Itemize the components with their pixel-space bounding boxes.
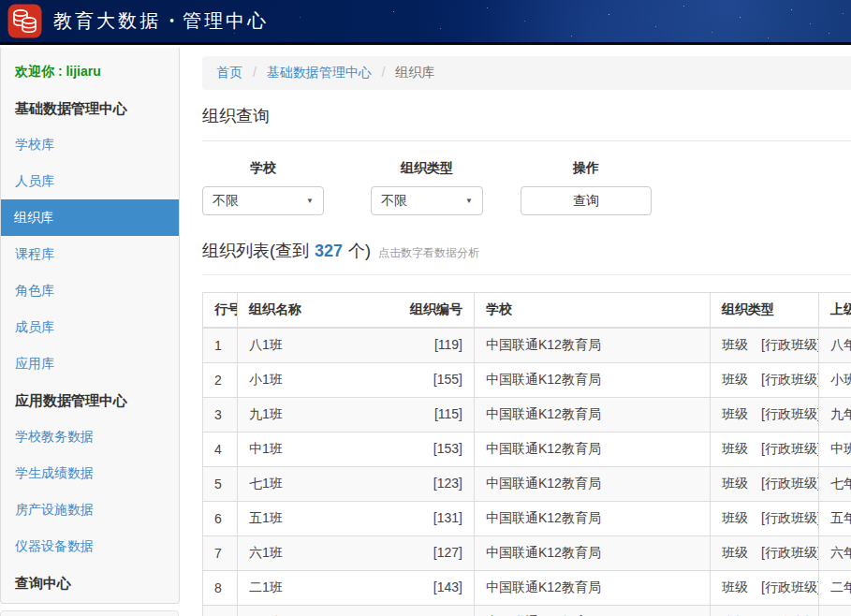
table-row: 3九1班[115]中国联通K12教育局班级[行政班级]九年 [203, 398, 851, 433]
sidebar-item[interactable]: 房产设施数据 [1, 491, 179, 528]
breadcrumb: 首页 / 基础数据管理中心 / 组织库 [202, 56, 851, 90]
org-code: [153] [433, 441, 462, 458]
sidebar-item[interactable]: 学校教务数据 [1, 418, 179, 455]
org-type-tag: [行政班级] [761, 441, 819, 456]
school-filter-group: 学校 不限 ▼ [202, 160, 324, 215]
org-name: 中1班 [249, 441, 283, 458]
cell-name-code: 七1班[123] [238, 467, 475, 502]
cell-row-no: 8 [203, 571, 238, 606]
org-type-tag: [行政班级] [761, 545, 819, 560]
cell-parent: 八年 [819, 328, 851, 363]
sidebar-item[interactable]: 仪器设备数据 [1, 528, 179, 565]
query-filter-row: 学校 不限 ▼ 组织类型 不限 ▼ 操作 查询 [202, 160, 851, 215]
org-type-tag: [行政班级] [761, 337, 819, 352]
cell-org-type: 班级[行政班级] [711, 536, 819, 571]
org-name: 八1班 [249, 337, 283, 354]
cell-parent: 九年 [819, 398, 851, 433]
breadcrumb-home-link[interactable]: 首页 [216, 65, 242, 80]
org-type-select-value: 不限 [381, 193, 407, 210]
org-code: [119] [434, 337, 462, 354]
org-type-filter-group: 组织类型 不限 ▼ [371, 160, 483, 215]
cell-org-type: 班级[行政班级] [711, 606, 819, 616]
title-dot-separator: • [169, 15, 175, 28]
cell-school: 中国联通K12教育局 [475, 536, 711, 571]
main-content: 首页 / 基础数据管理中心 / 组织库 组织查询 学校 不限 ▼ 组织类型 不限… [181, 48, 851, 616]
cell-org-type: 班级[行政班级] [711, 467, 819, 502]
cell-row-no: 3 [203, 398, 238, 433]
org-type-filter-label: 组织类型 [401, 160, 453, 179]
cell-school: 中国联通K12教育局 [475, 571, 711, 606]
table-row: 9一1班[147]中国联通K12教育局班级[行政班级]一年 [203, 606, 851, 616]
org-list-title-suffix: 个) [348, 240, 371, 262]
cell-row-no: 5 [203, 467, 238, 502]
school-select[interactable]: 不限 ▼ [202, 186, 324, 215]
cell-name-code: 五1班[131] [238, 502, 475, 536]
cell-org-type: 班级[行政班级] [711, 502, 819, 536]
org-name: 九1班 [249, 406, 283, 423]
org-code: [123] [433, 476, 462, 492]
header-org-type: 组织类型 [711, 293, 819, 329]
cell-name-code: 二1班[143] [238, 571, 475, 606]
cell-school: 中国联通K12教育局 [475, 328, 711, 363]
cell-parent: 二年 [819, 571, 851, 606]
app-logo-database-icon[interactable] [7, 4, 42, 38]
section-divider [202, 274, 851, 275]
org-code: [143] [433, 579, 462, 596]
app-title-secondary: 管理中心 [183, 8, 269, 34]
header-org-code: 组织编号 [410, 301, 462, 318]
sidebar-item-active[interactable]: 组织库 [0, 199, 180, 236]
chevron-down-icon: ▼ [306, 197, 314, 205]
sidebar-welcome-text: 欢迎你 : lijiaru [1, 53, 179, 90]
sidebar-item[interactable]: 成员库 [1, 309, 179, 345]
cell-name-code: 八1班[119] [238, 328, 475, 363]
header-school: 学校 [475, 293, 711, 329]
table-header-row: 行号 组织名称 组织编号 学校 组织类型 上级 [203, 293, 851, 329]
cell-org-type: 班级[行政班级] [711, 328, 819, 363]
sidebar-item[interactable]: 人员库 [1, 163, 179, 199]
header-name-code: 组织名称 组织编号 [238, 293, 475, 329]
sidebar-item[interactable]: 应用库 [1, 345, 179, 382]
org-name: 五1班 [249, 510, 283, 527]
breadcrumb-basic-data-link[interactable]: 基础数据管理中心 [267, 65, 372, 80]
sidebar-item[interactable]: 学生成绩数据 [1, 455, 179, 491]
cell-row-no: 6 [203, 502, 238, 536]
sidebar-item[interactable]: 学校库 [1, 126, 179, 163]
app-title-primary: 教育大数据 [53, 8, 161, 34]
cell-org-type: 班级[行政班级] [711, 571, 819, 606]
cell-org-type: 班级[行政班级] [711, 433, 819, 467]
org-code: [115] [434, 406, 462, 423]
sidebar-item[interactable]: 课程库 [1, 236, 179, 272]
header-parent: 上级 [819, 293, 851, 329]
sidebar-section-header[interactable]: 查询中心 [1, 565, 179, 601]
result-count-link[interactable]: 327 [315, 242, 343, 261]
sidebar-item[interactable]: 角色库 [1, 272, 179, 309]
app-title: 教育大数据 • 管理中心 [53, 8, 269, 34]
org-table: 行号 组织名称 组织编号 学校 组织类型 上级 1八1班[119]中国联通K12… [202, 292, 851, 616]
cell-school: 中国联通K12教育局 [475, 606, 711, 616]
breadcrumb-current: 组织库 [395, 65, 434, 80]
org-table-body: 1八1班[119]中国联通K12教育局班级[行政班级]八年2小1班[155]中国… [203, 328, 851, 616]
org-type-tag: [行政班级] [761, 406, 819, 421]
table-row: 8二1班[143]中国联通K12教育局班级[行政班级]二年 [203, 571, 851, 606]
cell-parent: 中班 [819, 433, 851, 467]
org-list-title-prefix: 组织列表(查到 [202, 240, 309, 262]
sidebar-section-header[interactable]: 基础数据管理中心 [1, 90, 179, 126]
cell-name-code: 六1班[127] [238, 536, 475, 571]
cell-org-type: 班级[行政班级] [711, 363, 819, 398]
org-type-tag: [行政班级] [761, 510, 819, 525]
top-navbar: 教育大数据 • 管理中心 [0, 0, 851, 45]
org-type-select[interactable]: 不限 ▼ [371, 186, 483, 215]
cell-parent: 七年 [819, 467, 851, 502]
cell-school: 中国联通K12教育局 [475, 363, 711, 398]
org-name: 二1班 [249, 579, 283, 596]
sidebar-section-header[interactable]: 应用数据管理中心 [1, 382, 179, 418]
cell-name-code: 小1班[155] [238, 363, 475, 398]
header-org-name: 组织名称 [249, 301, 301, 318]
org-list-heading: 组织列表(查到 327 个) 点击数字看数据分析 [202, 240, 851, 262]
cell-school: 中国联通K12教育局 [475, 502, 711, 536]
table-row: 5七1班[123]中国联通K12教育局班级[行政班级]七年 [203, 467, 851, 502]
cell-row-no: 4 [203, 433, 238, 467]
org-code: [127] [433, 545, 462, 562]
query-button[interactable]: 查询 [521, 186, 652, 215]
table-row: 6五1班[131]中国联通K12教育局班级[行政班级]五年 [203, 502, 851, 536]
